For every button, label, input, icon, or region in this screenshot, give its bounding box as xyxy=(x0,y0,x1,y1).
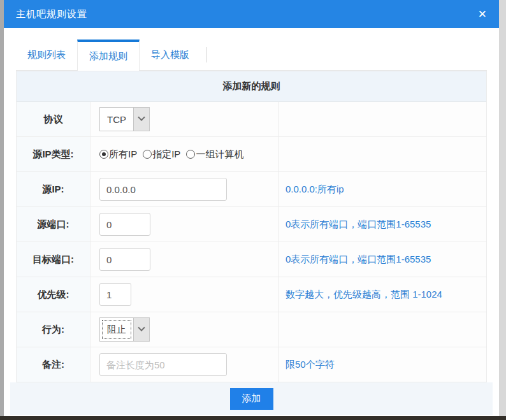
add-rule-form: 添加新的规则 协议 TCP 源IP类型: 所有IP 指定IP xyxy=(16,71,487,382)
form-row-source-ip-type: 源IP类型: 所有IP 指定IP 一组计算机 xyxy=(17,137,486,172)
form-row-action: 行为: 阻止 xyxy=(17,312,486,347)
page-edge-bottom xyxy=(0,416,506,420)
tab-bar: 规则列表 添加规则 导入模版 xyxy=(4,40,499,71)
source-ip-input[interactable] xyxy=(99,178,227,201)
rule-settings-dialog: 主机吧规则设置 ✕ 规则列表 添加规则 导入模版 添加新的规则 协议 TCP 源… xyxy=(4,0,499,416)
source-port-label: 源端口: xyxy=(17,207,90,242)
action-label: 行为: xyxy=(17,312,90,347)
radio-computer-group[interactable]: 一组计算机 xyxy=(186,148,243,161)
form-row-remark: 备注: 限50个字符 xyxy=(17,347,486,382)
radio-unselected-icon xyxy=(143,150,152,159)
radio-all-ip[interactable]: 所有IP xyxy=(99,148,137,161)
source-ip-type-hint xyxy=(279,137,486,171)
page-edge-right xyxy=(499,0,506,420)
source-ip-hint: 0.0.0.0:所有ip xyxy=(279,172,486,206)
action-select-value: 阻止 xyxy=(100,318,133,341)
protocol-hint xyxy=(279,102,486,136)
action-hint xyxy=(279,312,486,347)
form-row-priority: 优先级: 数字越大，优先级越高，范围 1-1024 xyxy=(17,277,486,312)
form-row-source-port: 源端口: 0表示所有端口，端口范围1-65535 xyxy=(17,207,486,242)
dest-port-label: 目标端口: xyxy=(17,242,90,277)
form-row-protocol: 协议 TCP xyxy=(17,102,486,137)
radio-computer-group-label: 一组计算机 xyxy=(196,148,243,161)
source-port-input[interactable] xyxy=(99,213,150,236)
priority-input[interactable] xyxy=(99,283,131,306)
tab-divider xyxy=(206,47,206,62)
priority-hint: 数字越大，优先级越高，范围 1-1024 xyxy=(279,277,486,312)
form-header: 添加新的规则 xyxy=(17,71,486,102)
protocol-label: 协议 xyxy=(17,102,90,136)
radio-unselected-icon xyxy=(186,150,195,159)
radio-specified-ip-label: 指定IP xyxy=(152,148,180,161)
protocol-select[interactable]: TCP xyxy=(99,107,150,131)
protocol-select-value: TCP xyxy=(100,108,133,131)
radio-specified-ip[interactable]: 指定IP xyxy=(143,148,180,161)
source-port-hint: 0表示所有端口，端口范围1-65535 xyxy=(279,207,486,242)
tab-import-template[interactable]: 导入模版 xyxy=(140,40,201,70)
tab-rule-list[interactable]: 规则列表 xyxy=(16,40,77,70)
dest-port-hint: 0表示所有端口，端口范围1-65535 xyxy=(279,242,486,277)
source-ip-label: 源IP: xyxy=(17,172,90,206)
dialog-titlebar: 主机吧规则设置 ✕ xyxy=(4,0,499,28)
form-row-source-ip: 源IP: 0.0.0.0:所有ip xyxy=(17,172,486,207)
dialog-footer: 添加 xyxy=(10,382,493,415)
dest-port-input[interactable] xyxy=(99,248,150,271)
add-button[interactable]: 添加 xyxy=(230,388,273,410)
chevron-down-icon xyxy=(133,318,149,341)
chevron-down-icon xyxy=(133,108,149,131)
action-select[interactable]: 阻止 xyxy=(99,317,150,342)
remark-hint: 限50个字符 xyxy=(279,347,486,382)
source-ip-type-label: 源IP类型: xyxy=(17,137,90,171)
dialog-title: 主机吧规则设置 xyxy=(16,8,87,20)
tab-add-rule[interactable]: 添加规则 xyxy=(77,40,140,71)
remark-label: 备注: xyxy=(17,347,90,382)
radio-all-ip-label: 所有IP xyxy=(109,148,137,161)
priority-label: 优先级: xyxy=(17,277,90,312)
remark-input[interactable] xyxy=(99,353,227,376)
close-icon[interactable]: ✕ xyxy=(478,9,487,20)
form-row-dest-port: 目标端口: 0表示所有端口，端口范围1-65535 xyxy=(17,242,486,277)
radio-selected-icon xyxy=(99,150,108,159)
